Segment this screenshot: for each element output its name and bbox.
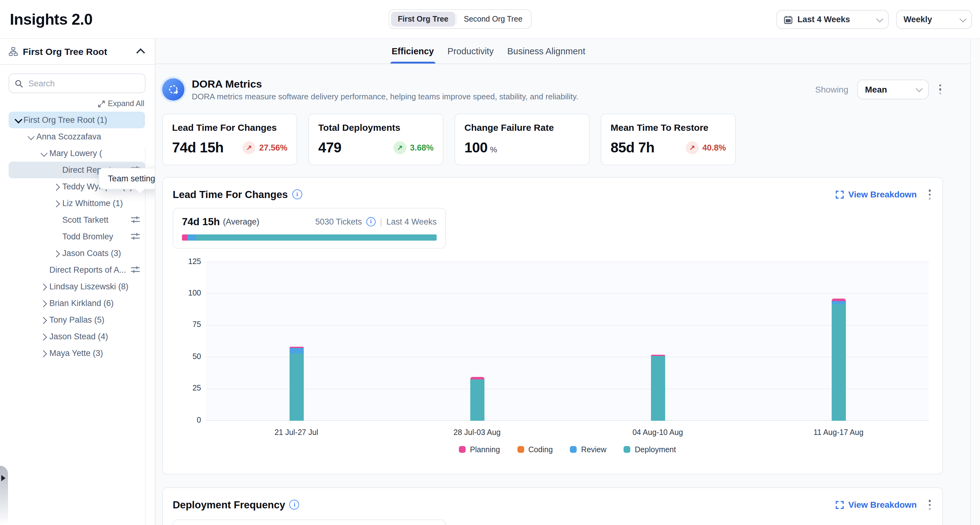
- tree-item-label: Maya Yette (3): [49, 348, 103, 358]
- team-settings-icon[interactable]: [131, 232, 140, 240]
- gridline: [206, 293, 929, 294]
- chart-plot-area[interactable]: [206, 262, 929, 420]
- chevron-down-icon: [877, 15, 883, 22]
- tooltip-text: Team settings: [108, 174, 156, 183]
- tree-item[interactable]: Anna Scozzafava: [9, 128, 145, 145]
- tab-efficiency[interactable]: Efficiency: [391, 39, 434, 64]
- trend-delta: 3.68%: [410, 143, 434, 153]
- trend-badge: ↗40.8%: [686, 141, 726, 154]
- metric-cards: Lead Time For Changes74d 15h↗27.56%Total…: [162, 113, 943, 165]
- sidebar-scrollbar-track[interactable]: [145, 148, 146, 525]
- tab-productivity[interactable]: Productivity: [447, 39, 494, 64]
- metric-card-title: Change Failure Rate: [465, 122, 580, 133]
- chevron-down-icon[interactable]: [38, 151, 49, 156]
- metric-card-value-row: 100%: [465, 139, 580, 156]
- chevron-right-icon[interactable]: [38, 334, 49, 339]
- bar-segment-deployment: [651, 356, 665, 420]
- search-icon: [15, 79, 23, 87]
- tree-item[interactable]: Tony Pallas (5): [9, 312, 145, 328]
- lead-time-menu-kebab-icon[interactable]: [927, 188, 932, 201]
- tree-item[interactable]: Scott Tarkett: [9, 212, 145, 228]
- chevron-right-icon[interactable]: [51, 185, 62, 189]
- dora-title: DORA Metrics: [192, 78, 578, 91]
- info-icon[interactable]: i: [292, 190, 302, 200]
- tree-item[interactable]: First Org Tree Root (1): [9, 112, 145, 128]
- stacked-bar[interactable]: [470, 262, 484, 420]
- metric-card[interactable]: Mean Time To Restore85d 7h↗40.8%: [601, 113, 736, 165]
- bar-segment-deployment: [289, 353, 304, 420]
- chevron-right-icon[interactable]: [51, 201, 62, 206]
- date-range-dropdown[interactable]: Last 4 Weeks: [776, 10, 889, 29]
- chevron-right-icon[interactable]: [38, 351, 49, 356]
- chevron-right-icon[interactable]: [51, 251, 62, 256]
- legend-label: Coding: [528, 445, 553, 454]
- deployment-summary-card: [173, 519, 446, 525]
- stacked-bar[interactable]: [831, 262, 846, 420]
- bar-segment-deployment: [831, 304, 846, 420]
- chevron-right-icon[interactable]: [38, 318, 49, 322]
- segment-divider: [456, 14, 457, 24]
- info-icon[interactable]: i: [290, 500, 299, 510]
- bar-segment-review: [289, 348, 304, 353]
- stacked-bar[interactable]: [651, 262, 665, 420]
- main-area: EfficiencyProductivityBusiness Alignment…: [156, 39, 980, 525]
- main-scrollbar-track[interactable]: [970, 39, 980, 525]
- legend-swatch: [570, 446, 577, 453]
- tree-item[interactable]: Mary Lowery (: [9, 145, 145, 162]
- metric-card-title: Total Deployments: [318, 122, 434, 133]
- metric-card[interactable]: Total Deployments479↗3.68%: [309, 113, 444, 165]
- tree-item[interactable]: Jason Stead (4): [9, 328, 145, 345]
- sidebar-collapse-handle[interactable]: [0, 466, 8, 525]
- progress-segment-review: [187, 234, 196, 240]
- org-chart-icon: [9, 47, 18, 56]
- insights-app: Insights 2.0 First Org TreeSecond Org Tr…: [0, 0, 980, 525]
- legend-item-planning: Planning: [459, 445, 500, 454]
- tab-business-alignment[interactable]: Business Alignment: [507, 39, 585, 64]
- granularity-value: Weekly: [904, 15, 932, 24]
- search-input[interactable]: [27, 78, 139, 89]
- tree-item[interactable]: Todd Bromley: [9, 228, 145, 245]
- dora-menu-kebab-icon[interactable]: [937, 83, 943, 97]
- lead-time-panel-header: Lead Time For Changes i View Breakdown: [173, 188, 932, 201]
- expand-all-label: Expand All: [108, 99, 144, 108]
- separator: |: [380, 217, 382, 226]
- org-tree-option[interactable]: Second Org Tree: [457, 12, 529, 27]
- chevron-right-icon[interactable]: [38, 301, 49, 306]
- info-icon[interactable]: i: [366, 217, 375, 226]
- tree-item[interactable]: Brian Kirkland (6): [9, 295, 145, 312]
- metric-card-value-row: 479↗3.68%: [318, 139, 434, 156]
- org-tree-toggle[interactable]: First Org TreeSecond Org Tree: [388, 9, 531, 29]
- expand-all-button[interactable]: Expand All: [0, 99, 144, 108]
- chevron-right-icon[interactable]: [38, 285, 49, 289]
- team-settings-icon[interactable]: [131, 215, 140, 224]
- view-breakdown-button[interactable]: View Breakdown: [836, 500, 917, 510]
- sidebar-header[interactable]: First Org Tree Root: [0, 39, 155, 65]
- tree-item-label: Lindsay Liszewski (8): [49, 282, 129, 291]
- gridline: [206, 388, 929, 389]
- tree-item[interactable]: Lindsay Liszewski (8): [9, 278, 145, 295]
- team-settings-icon[interactable]: [131, 265, 140, 274]
- caret-right-icon: [1, 475, 6, 481]
- tree-item[interactable]: Jason Coats (3): [9, 245, 145, 262]
- deployment-frequency-title: Deployment Frequency: [173, 499, 285, 511]
- org-tree-option[interactable]: First Org Tree: [391, 12, 455, 27]
- view-breakdown-button[interactable]: View Breakdown: [836, 190, 917, 200]
- stacked-bar[interactable]: [289, 262, 304, 420]
- sidebar-title: First Org Tree Root: [23, 46, 133, 57]
- tabs: EfficiencyProductivityBusiness Alignment: [391, 39, 585, 64]
- tree-item[interactable]: Maya Yette (3): [9, 345, 145, 361]
- chevron-down-icon[interactable]: [25, 135, 37, 139]
- chevron-down-icon[interactable]: [12, 118, 24, 123]
- sidebar-search[interactable]: [9, 73, 146, 93]
- deployment-menu-kebab-icon[interactable]: [927, 498, 932, 512]
- tree-item[interactable]: Direct Reports of A...: [9, 262, 145, 278]
- collapse-chevron-up-icon[interactable]: [136, 48, 145, 57]
- chart-legend: PlanningCodingReviewDeployment: [206, 445, 929, 454]
- metric-card[interactable]: Lead Time For Changes74d 15h↗27.56%: [162, 113, 297, 165]
- x-axis-label: 11 Aug-17 Aug: [813, 428, 864, 436]
- tree-item[interactable]: Liz Whittome (1): [9, 195, 145, 212]
- expand-all-icon: [98, 100, 105, 107]
- granularity-dropdown[interactable]: Weekly: [896, 10, 972, 29]
- aggregation-dropdown[interactable]: Mean: [857, 80, 929, 99]
- metric-card[interactable]: Change Failure Rate100%: [455, 113, 590, 165]
